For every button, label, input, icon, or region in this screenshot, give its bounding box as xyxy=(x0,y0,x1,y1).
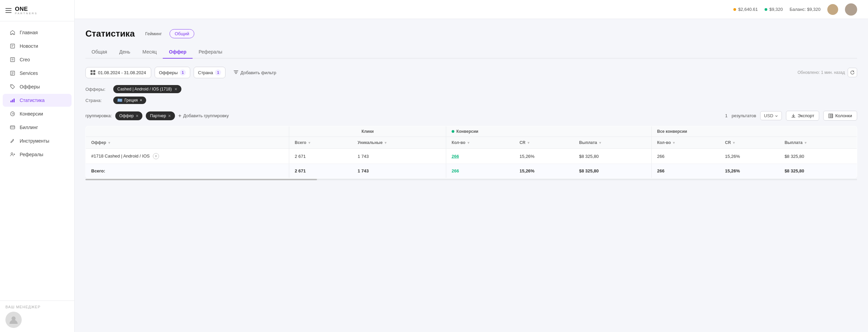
th-conv-payout[interactable]: Выплата▼ xyxy=(574,137,652,149)
svg-rect-0 xyxy=(11,44,15,48)
table-scrollbar[interactable] xyxy=(85,179,857,180)
sidebar-item-offers[interactable]: Офферы xyxy=(3,80,72,93)
sidebar-item-creo[interactable]: Creo xyxy=(3,53,72,66)
grouping-tag-partner[interactable]: Партнер × xyxy=(146,111,175,120)
active-filters: Офферы: Cashed | Android / IOS (1718) × … xyxy=(85,85,857,104)
total-all-payout-value: $8 325,80 xyxy=(785,168,804,173)
th-clicks-total[interactable]: Всего▼ xyxy=(289,137,352,149)
total-all-cr-value: 15,26% xyxy=(725,168,740,173)
sidebar-item-services[interactable]: Services xyxy=(3,67,72,80)
total-conv-payout-value: $8 325,80 xyxy=(579,168,599,173)
add-row-button[interactable]: + xyxy=(153,153,159,159)
sub-tab-month[interactable]: Месяц xyxy=(136,46,163,59)
th-conv-cr[interactable]: CR▼ xyxy=(514,137,574,149)
currency-select[interactable]: USD xyxy=(760,111,782,120)
manager-avatar xyxy=(5,312,22,328)
refresh-button[interactable] xyxy=(848,68,857,77)
offer-tag-close[interactable]: × xyxy=(175,86,177,92)
table-header-row: Оффер▼ Всего▼ Уникальные▼ Кол-во▼ CR▼ xyxy=(86,137,857,149)
th-all-payout[interactable]: Выплата▼ xyxy=(779,137,857,149)
sidebar-item-statistics-label: Статистика xyxy=(20,98,45,103)
add-filter-button[interactable]: Добавить фильтр xyxy=(229,67,281,78)
logo: ONE PARTNERS xyxy=(15,6,38,15)
sub-tab-offer[interactable]: Оффер xyxy=(163,46,193,59)
country-tag-close[interactable]: × xyxy=(140,98,142,103)
row-conv-cr: 15,26% xyxy=(514,149,574,164)
scrollbar-thumb[interactable] xyxy=(85,179,317,180)
th-offer[interactable]: Оффер▼ xyxy=(86,137,289,149)
sidebar-item-news-label: Новости xyxy=(20,43,38,49)
header-stat-revenue-value: $9,320 xyxy=(769,7,783,12)
sub-tab-day[interactable]: День xyxy=(113,46,136,59)
svg-rect-3 xyxy=(11,58,15,62)
content-area: Статистика Гейминг Общий Общая День Меся… xyxy=(75,19,868,332)
updated-label: Обновлено: 1 мин. назад xyxy=(797,70,845,75)
sidebar-item-referrals-label: Рефералы xyxy=(20,152,43,157)
home-icon xyxy=(9,29,16,36)
row-clicks-total: 2 671 xyxy=(289,149,352,164)
header-stat-extra: Баланс: $9,320 xyxy=(790,7,821,12)
date-range-filter[interactable]: 01.08.2024 - 31.08.2024 xyxy=(85,67,151,78)
hamburger-icon[interactable] xyxy=(5,8,12,13)
sidebar-item-tools[interactable]: Инструменты xyxy=(3,134,72,147)
sidebar-item-conversions[interactable]: Конверсии xyxy=(3,107,72,120)
results-info: 1 результатов USD Экспорт Колонки xyxy=(725,111,857,121)
add-grouping-button[interactable]: + Добавить группировку xyxy=(178,113,229,119)
row-conv-count[interactable]: 266 xyxy=(446,149,514,164)
th-conv-count[interactable]: Кол-во▼ xyxy=(446,137,514,149)
sidebar-item-referrals[interactable]: Рефералы xyxy=(3,148,72,161)
grouping-tag-partner-close[interactable]: × xyxy=(168,113,171,119)
tab-pill-general[interactable]: Общий xyxy=(170,29,194,38)
total-clicks-unique-value: 1 743 xyxy=(358,168,369,173)
th-group-clicks: Клики xyxy=(289,126,446,137)
sidebar-item-billing-label: Биллинг xyxy=(20,125,38,130)
tab-pill-gaming[interactable]: Гейминг xyxy=(140,29,167,38)
total-clicks-total: 2 671 xyxy=(289,164,352,178)
add-grouping-label: Добавить группировку xyxy=(183,113,229,118)
th-clicks-unique[interactable]: Уникальные▼ xyxy=(352,137,446,149)
grouping-row: группировка: Оффер × Партнер × + Добавит… xyxy=(85,111,857,121)
add-filter-label: Добавить фильтр xyxy=(240,70,276,75)
th-all-count[interactable]: Кол-во▼ xyxy=(652,137,720,149)
svg-rect-13 xyxy=(14,99,15,102)
sidebar-item-home[interactable]: Главная xyxy=(3,26,72,39)
sidebar-item-billing[interactable]: Биллинг xyxy=(3,121,72,134)
header-avatar-small[interactable] xyxy=(827,4,838,15)
row-offer[interactable]: #1718 Cashed | Android / IOS + xyxy=(86,149,289,164)
columns-label: Колонки xyxy=(835,113,852,118)
country-filter-count: 1 xyxy=(215,69,221,76)
page-title: Статистика xyxy=(85,28,135,39)
header-avatar-large[interactable] xyxy=(845,3,857,16)
row-clicks-unique: 1 743 xyxy=(352,149,446,164)
country-filter-chip[interactable]: Страна 1 xyxy=(194,67,225,78)
export-button[interactable]: Экспорт xyxy=(786,111,820,121)
offers-filter-chip[interactable]: Офферы 1 xyxy=(155,67,190,78)
grid-icon xyxy=(91,70,95,75)
sub-tabs: Общая День Месяц Оффер Рефералы xyxy=(85,46,857,59)
sub-tab-referrals[interactable]: Рефералы xyxy=(193,46,229,59)
th-all-cr[interactable]: CR▼ xyxy=(719,137,779,149)
svg-rect-11 xyxy=(11,101,12,102)
grouping-tag-offer-close[interactable]: × xyxy=(136,113,138,119)
data-table: Клики Конверсии Все конверсии xyxy=(85,126,857,178)
offer-tag[interactable]: Cashed | Android / IOS (1718) × xyxy=(113,85,181,93)
row-all-count: 266 xyxy=(652,149,720,164)
total-all-payout: $8 325,80 xyxy=(779,164,857,178)
row-conv-payout: $8 325,80 xyxy=(574,149,652,164)
offer-tag-label: Cashed | Android / IOS (1718) xyxy=(117,87,172,91)
country-filter-label: Страна xyxy=(198,70,213,75)
svg-point-10 xyxy=(11,85,12,86)
grouping-label: группировка: xyxy=(85,113,112,118)
columns-button[interactable]: Колонки xyxy=(823,111,857,121)
grouping-tag-offer[interactable]: Оффер × xyxy=(115,111,143,120)
date-range-value: 01.08.2024 - 31.08.2024 xyxy=(98,70,146,75)
sidebar: ONE PARTNERS Главная Новости xyxy=(0,0,75,332)
country-tag[interactable]: 🇬🇷 Греция × xyxy=(113,97,146,104)
sidebar-item-news[interactable]: Новости xyxy=(3,40,72,53)
sub-tab-general[interactable]: Общая xyxy=(85,46,113,59)
sidebar-nav: Главная Новости Creo Servi xyxy=(0,21,74,300)
sidebar-item-statistics[interactable]: Статистика xyxy=(3,94,72,107)
row-all-cr-value: 15,26% xyxy=(725,154,740,159)
sidebar-item-services-label: Services xyxy=(20,70,38,76)
sidebar-item-tools-label: Инструменты xyxy=(20,138,49,144)
